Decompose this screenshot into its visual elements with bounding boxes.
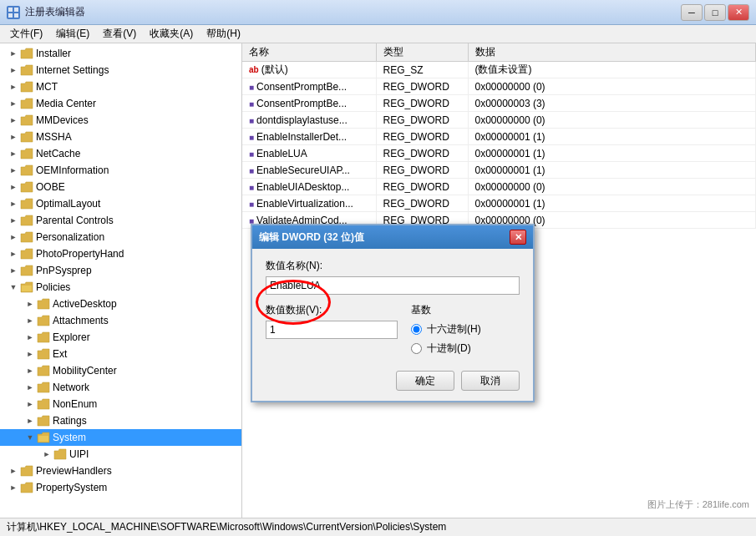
folder-icon [20,148,33,159]
tree-label: OEMInformation [36,164,109,176]
menu-edit[interactable]: 编辑(E) [49,25,96,43]
svg-rect-1 [14,8,18,12]
tree-label: Network [53,382,89,393]
tree-label: Ext [53,348,67,360]
tree-panel[interactable]: Installer Internet Settings MCT Media Ce… [0,43,242,518]
dialog-ok-button[interactable]: 确定 [396,371,454,391]
col-header-type: 类型 [376,43,468,62]
table-row[interactable]: ■dontdisplaylastuse...REG_DWORD0x0000000… [242,112,756,129]
menu-favorites[interactable]: 收藏夹(A) [143,25,200,43]
tree-item-uipi[interactable]: UIPI [0,446,241,463]
folder-icon [20,198,33,210]
table-row[interactable]: ■ConsentPromptBe...REG_DWORD0x00000003 (… [242,95,756,112]
folder-icon [20,231,33,243]
folder-icon [20,48,33,59]
tree-arrow [23,331,37,344]
folder-icon [20,281,33,293]
folder-icon [20,81,33,93]
tree-item-activedesktop[interactable]: ActiveDesktop [0,296,241,312]
tree-item-propertysystem[interactable]: PropertySystem [0,479,241,496]
tree-arrow-policies [7,281,20,294]
tree-item-parental-controls[interactable]: Parental Controls [0,212,241,229]
tree-item-policies[interactable]: Policies [0,279,241,296]
tree-item-system[interactable]: System [0,429,241,446]
dialog-close-button[interactable]: ✕ [510,230,526,245]
tree-item-ratings[interactable]: Ratings [0,412,241,429]
table-row[interactable]: ■EnableInstallerDet...REG_DWORD0x0000000… [242,129,756,145]
svg-rect-2 [8,13,13,18]
cell-type: REG_DWORD [376,112,468,129]
table-row[interactable]: ab(默认)REG_SZ(数值未设置) [242,62,756,78]
minimize-button[interactable]: ─ [681,4,703,21]
tree-item-ext[interactable]: Ext [0,346,241,362]
col-header-data: 数据 [468,43,756,62]
tree-item-network[interactable]: Network [0,379,241,396]
tree-item-mssha[interactable]: MSSHA [0,129,241,145]
maximize-button[interactable]: □ [704,4,726,21]
tree-item-mct[interactable]: MCT [0,78,241,95]
col-header-name: 名称 [242,43,376,62]
cell-type: REG_DWORD [376,195,468,212]
folder-icon [20,265,33,276]
tree-item-oeminformation[interactable]: OEMInformation [0,162,241,179]
tree-arrow [7,264,20,277]
tree-arrow [7,63,20,77]
folder-icon [37,432,50,443]
tree-arrow [7,130,20,144]
table-row[interactable]: ■EnableUIADesktop...REG_DWORD0x00000000 … [242,179,756,195]
menu-file[interactable]: 文件(F) [3,25,49,43]
folder-icon [37,398,50,410]
dialog-name-input[interactable] [266,276,520,295]
tree-label: OptimalLayout [36,198,100,210]
radio-hex[interactable]: 十六进制(H) [411,322,520,336]
table-row[interactable]: ■EnableLUAREG_DWORD0x00000001 (1) [242,145,756,162]
tree-label: UIPI [69,448,89,460]
tree-arrow [7,180,20,194]
cell-type: REG_DWORD [376,145,468,162]
tree-item-previewhandlers[interactable]: PreviewHandlers [0,463,241,479]
table-row[interactable]: ■EnableVirtualization...REG_DWORD0x00000… [242,195,756,212]
tree-item-internet-settings[interactable]: Internet Settings [0,62,241,78]
tree-arrow [7,464,20,478]
tree-item-oobe[interactable]: OOBE [0,179,241,195]
close-button[interactable]: ✕ [728,4,749,21]
tree-item-mobilitycenter[interactable]: MobilityCenter [0,362,241,379]
dialog-title-bar: 编辑 DWORD (32 位)值 ✕ [252,225,533,249]
tree-item-explorer[interactable]: Explorer [0,329,241,346]
menu-help[interactable]: 帮助(H) [200,25,247,43]
radio-dec-input[interactable] [411,343,422,354]
tree-arrow [7,147,20,160]
menu-view[interactable]: 查看(V) [96,25,143,43]
table-row[interactable]: ■EnableSecureUIAP...REG_DWORD0x00000001 … [242,162,756,179]
dialog-data-input[interactable] [266,321,398,339]
dialog-cancel-button[interactable]: 取消 [461,371,520,391]
dialog-buttons: 确定 取消 [266,371,520,391]
radio-hex-input[interactable] [411,324,422,335]
tree-item-installer[interactable]: Installer [0,45,241,62]
dialog-name-label: 数值名称(N): [266,259,520,273]
folder-icon [37,348,50,360]
cell-data: 0x00000001 (1) [468,145,756,162]
tree-arrow [7,97,20,110]
cell-name: ■EnableSecureUIAP... [242,162,376,179]
tree-item-photopropertyhand[interactable]: PhotoPropertyHand [0,245,241,262]
table-row[interactable]: ■ConsentPromptBe...REG_DWORD0x00000000 (… [242,78,756,95]
tree-item-media-center[interactable]: Media Center [0,95,241,112]
tree-item-nonenum[interactable]: NonEnum [0,396,241,412]
tree-item-pnpsysprep[interactable]: PnPSysprep [0,262,241,279]
tree-item-personalization[interactable]: Personalization [0,229,241,245]
edit-dword-dialog[interactable]: 编辑 DWORD (32 位)值 ✕ 数值名称(N): 数值数据(V): 基数 … [251,224,535,402]
tree-label: Media Center [36,98,96,109]
tree-item-mmdevices[interactable]: MMDevices [0,112,241,129]
tree-label: Internet Settings [36,64,109,76]
tree-arrow [7,481,20,494]
tree-arrow [7,80,20,94]
tree-item-optimallayout[interactable]: OptimalLayout [0,195,241,212]
tree-item-netcache[interactable]: NetCache [0,145,241,162]
dialog-data-label: 数值数据(V): [266,303,398,317]
folder-icon [37,365,50,377]
tree-item-attachments[interactable]: Attachments [0,312,241,329]
cell-type: REG_DWORD [376,179,468,195]
radio-dec[interactable]: 十进制(D) [411,341,520,356]
tree-label: PhotoPropertyHand [36,248,124,260]
